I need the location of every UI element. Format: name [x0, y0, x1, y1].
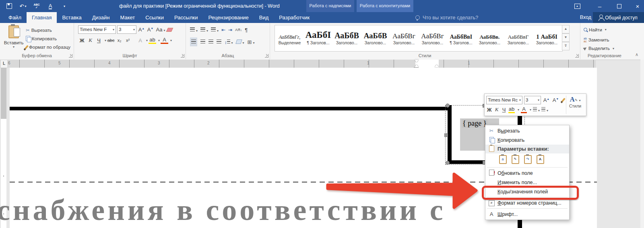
highlight-color-icon[interactable]: ab [149, 37, 156, 44]
right-indent-marker[interactable] [435, 64, 439, 67]
ribbon-display-options-icon[interactable]: ▴ [568, 0, 586, 12]
minimize-icon[interactable]: – [591, 0, 609, 12]
borders-icon[interactable]: ⊞▾ [248, 39, 255, 45]
bullets-icon[interactable]: ▾ [190, 26, 198, 33]
styles-button[interactable]: А✎▾ Стили [566, 95, 584, 114]
font-color-icon[interactable]: А [161, 37, 168, 44]
paste-button[interactable]: Вставить ▾ [3, 25, 24, 49]
font-size-combo[interactable]: 3▾ [117, 25, 136, 34]
style-item[interactable]: АаБбВвГг, Выделение [275, 26, 304, 49]
tab-insert[interactable]: Вставка [57, 12, 87, 23]
customize-qat-icon[interactable]: ▾ [57, 0, 71, 12]
style-item[interactable]: 1 АаБбІ Заголово... [533, 26, 561, 49]
pilcrow-icon[interactable]: ¶ [245, 27, 248, 33]
highlight-color-icon[interactable]: ab [508, 106, 515, 113]
copy-button[interactable]: Копировать [26, 34, 57, 43]
close-icon[interactable]: × [629, 0, 644, 12]
align-left-icon[interactable] [190, 37, 197, 46]
sort-icon[interactable]: АЯ↓ [235, 28, 242, 32]
dialog-launcher-icon[interactable] [69, 54, 72, 58]
sign-in-link[interactable]: Вход [578, 12, 593, 23]
vertical-scrollbar[interactable] [640, 60, 644, 228]
styles-scroll-up-icon[interactable]: ▲ [562, 25, 570, 33]
hanging-indent-marker[interactable] [415, 64, 419, 67]
shrink-font-icon[interactable]: А▼ [552, 97, 559, 103]
menu-item-update-field[interactable]: ! Обновить поле [485, 168, 569, 178]
format-painter-button[interactable]: Формат по образцу [26, 43, 70, 51]
first-line-indent-marker[interactable] [415, 60, 419, 62]
decrease-indent-icon[interactable]: ⇤ [221, 27, 225, 33]
grow-font-icon[interactable]: А▲ [543, 97, 550, 103]
spelling-icon[interactable]: ABC✓ [30, 0, 43, 12]
find-button[interactable]: Найти▾ [584, 25, 607, 34]
italic-button[interactable]: К [494, 106, 500, 113]
subscript-button[interactable]: x₂ [116, 38, 123, 43]
style-item[interactable]: АаБбВ Заголово... [332, 26, 361, 49]
keep-source-formatting-icon[interactable]: a [497, 154, 508, 165]
menu-item-copy[interactable]: Копировать [485, 135, 569, 145]
bold-button[interactable]: Ж [486, 107, 492, 113]
tab-file[interactable]: Файл [3, 12, 27, 23]
replace-button[interactable]: abac Заменить [584, 36, 609, 44]
style-item[interactable]: АаБбВ Заголово... [361, 26, 390, 49]
style-item[interactable]: АаБбВг Заголово... [418, 26, 447, 49]
text-effects-icon[interactable]: А [136, 37, 144, 44]
select-button[interactable]: Выделить▾ [584, 44, 614, 53]
underline-button[interactable]: Ч [95, 37, 103, 44]
restore-icon[interactable] [610, 0, 628, 12]
multilevel-list-icon[interactable]: ▾ [211, 26, 219, 33]
tab-developer[interactable]: Разработчик [274, 12, 315, 23]
page-field-code[interactable]: { page } [462, 119, 487, 128]
use-destination-theme-icon[interactable]: ↷ [522, 154, 533, 165]
style-item[interactable]: АаБбВг Заголово... [390, 26, 418, 49]
align-center-icon[interactable] [200, 38, 205, 46]
merge-formatting-icon[interactable]: ✎ [510, 154, 520, 165]
underline-button[interactable]: Ч [501, 107, 507, 113]
resize-handle[interactable] [444, 133, 448, 137]
justify-icon[interactable] [217, 38, 221, 46]
underline-a-icon[interactable]: А [43, 0, 57, 12]
clear-formatting-icon[interactable] [166, 28, 173, 32]
cut-button[interactable]: ✂Вырезать [26, 26, 52, 34]
tab-mailings[interactable]: Рассылки [169, 12, 203, 23]
styles-scroll-down-icon[interactable]: ▼ [562, 33, 570, 42]
style-item[interactable]: АаБбВвІ ¶ Заголов... [447, 26, 475, 49]
dialog-launcher-icon[interactable] [181, 54, 184, 58]
font-name-combo[interactable]: Times New Rc▾ [486, 96, 522, 104]
shading-icon[interactable]: ▾ [236, 38, 244, 46]
menu-item-cut[interactable]: ✂ Вырезать [485, 126, 569, 135]
shrink-font-icon[interactable]: А▼ [147, 27, 154, 33]
tab-view[interactable]: Вид [254, 12, 274, 23]
save-icon[interactable] [2, 0, 16, 12]
styles-gallery-more-icon[interactable]: ⊽ [562, 42, 570, 50]
horizontal-ruler[interactable]: 6 5 3 4 2 1 1 [7, 60, 596, 68]
tab-home[interactable]: Главная [27, 12, 57, 23]
line-spacing-icon[interactable]: ↕▾ [225, 38, 233, 46]
tab-references[interactable]: Ссылки [140, 12, 169, 23]
undo-icon[interactable]: ↶▾ [16, 0, 30, 12]
style-item[interactable]: АаБбВвГ Заголово... [504, 26, 533, 49]
resize-handle[interactable] [446, 104, 450, 108]
dialog-launcher-icon[interactable] [575, 54, 579, 58]
tab-review[interactable]: Рецензирование [203, 12, 254, 23]
tab-selector[interactable]: L [0, 60, 8, 68]
menu-item-font[interactable]: А Шрифт... [485, 209, 569, 219]
increase-indent-icon[interactable]: ⇥ [228, 27, 232, 33]
dialog-launcher-icon[interactable] [265, 54, 268, 58]
tab-design[interactable]: Дизайн [87, 12, 115, 23]
font-color-icon[interactable]: А [521, 106, 527, 113]
tell-me-search[interactable]: Что вы хотите сделать? [415, 12, 478, 23]
tab-layout[interactable]: Макет [115, 12, 140, 23]
keep-text-only-icon[interactable]: A [535, 154, 545, 165]
superscript-button[interactable]: x² [124, 38, 132, 43]
resize-handle[interactable] [446, 161, 450, 165]
bullets-icon[interactable]: ▾ [533, 106, 540, 113]
format-painter-icon[interactable] [561, 98, 565, 102]
grow-font-icon[interactable]: А▲ [138, 27, 145, 33]
font-size-combo[interactable]: 3▾ [524, 96, 541, 104]
align-right-icon[interactable] [208, 38, 213, 46]
numbering-icon[interactable]: ▾ [200, 26, 208, 33]
font-name-combo[interactable]: Times New F▾ [78, 25, 116, 34]
numbering-icon[interactable]: ▾ [541, 106, 548, 113]
change-case-icon[interactable]: Аа▾ [155, 27, 166, 33]
